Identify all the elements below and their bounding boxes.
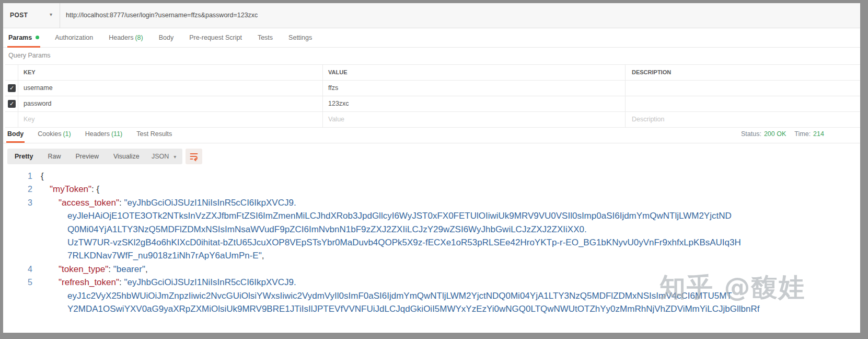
- tab-label: Test Results: [136, 130, 172, 138]
- param-row-password: ✓password123zxc: [5, 96, 860, 112]
- tab-cookies[interactable]: Cookies(1): [38, 126, 71, 143]
- view-mode-group: PrettyRawPreviewVisualize: [7, 149, 147, 164]
- code-line: eyJleHAiOjE1OTE3OTk2NTksInVzZXJfbmFtZSI6…: [3, 209, 860, 222]
- param-key-cell[interactable]: username: [18, 81, 322, 96]
- tab-settings[interactable]: Settings: [288, 28, 312, 48]
- code-line: 2"myToken": {: [3, 183, 860, 196]
- param-description-cell[interactable]: [625, 96, 860, 111]
- json-key: "refresh_token": [59, 277, 119, 287]
- json-string-value: "eyJhbGciOiJSUzI1NiIsInR5cCI6IkpXVCJ9.: [124, 277, 296, 287]
- code-line: UzTW7UR-vzSKl2gB4o6hKIXcD0ihitat-bZtU65J…: [3, 236, 860, 249]
- json-punctuation: {: [97, 184, 100, 194]
- param-checkbox[interactable]: ✓: [8, 100, 16, 108]
- status-label: Status:: [741, 130, 761, 138]
- wrap-lines-icon: [189, 152, 199, 161]
- json-punctuation: {: [41, 171, 44, 181]
- json-key: "myToken": [50, 184, 91, 194]
- header-checkbox-cell: [5, 65, 18, 80]
- tab-headers[interactable]: Headers(11): [85, 126, 123, 143]
- param-checkbox[interactable]: ✓: [8, 84, 16, 92]
- line-number: 5: [3, 276, 32, 289]
- code-line: Q0Mi04YjA1LTY3NzQ5MDFlZDMxNSIsImNsaWVudF…: [3, 223, 860, 236]
- method-dropdown[interactable]: POST ▾: [3, 3, 60, 28]
- code-line: eyJ1c2VyX25hbWUiOiJmZnpzIiwic2NvcGUiOlsi…: [3, 289, 860, 302]
- tab-pre-request-script[interactable]: Pre-request Script: [189, 28, 242, 48]
- column-header-description: DESCRIPTION: [625, 65, 860, 80]
- format-label: JSON: [152, 153, 169, 160]
- tab-label: Cookies: [38, 130, 61, 138]
- code-line: 5"refresh_token": "eyJhbGciOiJSUzI1NiIsI…: [3, 276, 860, 289]
- tab-params[interactable]: Params: [8, 28, 39, 48]
- tab-label: Headers: [85, 130, 110, 138]
- view-button-pretty[interactable]: Pretty: [7, 149, 40, 164]
- checkbox-cell: [5, 112, 18, 127]
- json-string-value: eyJ1c2VyX25hbWUiOiJmZnpzIiwic2NvcGUiOlsi…: [67, 291, 732, 301]
- time-label: Time:: [794, 130, 811, 138]
- param-description-input[interactable]: Description: [625, 112, 860, 127]
- response-status-bar: Status:200 OKTime:214: [741, 126, 824, 143]
- json-key: "access_token": [59, 198, 119, 208]
- chevron-down-icon: ▾: [50, 12, 52, 17]
- json-string-value: UzTW7UR-vzSKl2gB4o6hKIXcD0ihitat-bZtU65J…: [67, 238, 741, 247]
- param-value-cell[interactable]: 123zxc: [322, 96, 625, 111]
- status-value: 200 OK: [764, 130, 786, 138]
- param-value-input[interactable]: Value: [322, 112, 625, 127]
- params-table: KEYVALUEDESCRIPTION✓usernameffzs✓passwor…: [5, 64, 860, 128]
- tab-count-badge: (8): [135, 34, 143, 41]
- chevron-down-icon: ▾: [173, 154, 176, 160]
- time-value: 214: [813, 130, 824, 138]
- tab-test-results[interactable]: Test Results: [136, 126, 172, 143]
- tab-label: Pre-request Script: [189, 34, 242, 41]
- tab-label: Headers: [109, 34, 133, 41]
- view-button-preview[interactable]: Preview: [68, 149, 106, 164]
- column-header-value: VALUE: [322, 65, 625, 80]
- param-row-username: ✓usernameffzs: [5, 81, 860, 96]
- url-input[interactable]: http://localhost:8777/user/login?usernam…: [66, 3, 855, 28]
- json-string-value: eyJleHAiOjE1OTE3OTk2NTksInVzZXJfbmFtZSI6…: [67, 211, 732, 221]
- request-url-bar: POST ▾ http://localhost:8777/user/login?…: [3, 3, 860, 28]
- format-dropdown[interactable]: JSON▾: [145, 149, 182, 164]
- tab-label: Params: [8, 34, 32, 41]
- response-tabs: BodyCookies(1)Headers(11)Test Results: [7, 126, 186, 143]
- json-punctuation: ,: [262, 251, 264, 261]
- tab-label: Settings: [288, 34, 312, 41]
- tab-label: Body: [7, 130, 24, 138]
- tab-tests[interactable]: Tests: [258, 28, 273, 48]
- json-punctuation: :: [108, 264, 113, 274]
- code-line: 7RLKDNav7WfF_nu9018z1iNh7rApY6aUmPn-E",: [3, 249, 860, 262]
- json-string-value: Y2MDA1OSwiYXV0aG9yaXRpZXMiOlsiUk9MRV9BRE…: [67, 304, 759, 314]
- params-header-row: KEYVALUEDESCRIPTION: [5, 64, 860, 81]
- json-string-value: 7RLKDNav7WfF_nu9018z1iNh7rApY6aUmPn-E": [67, 251, 262, 261]
- query-params-label: Query Params: [8, 52, 51, 59]
- view-button-visualize[interactable]: Visualize: [106, 149, 147, 164]
- tab-body[interactable]: Body: [7, 126, 24, 143]
- method-label: POST: [10, 12, 28, 19]
- json-punctuation: :: [91, 184, 96, 194]
- code-line: 3"access_token": "eyJhbGciOiJSUzI1NiIsIn…: [3, 196, 860, 209]
- tab-label: Authorization: [55, 34, 93, 41]
- response-body-editor[interactable]: 1{2"myToken": {3"access_token": "eyJhbGc…: [3, 166, 860, 333]
- tab-authorization[interactable]: Authorization: [55, 28, 93, 48]
- checkbox-cell: ✓: [5, 96, 18, 111]
- line-number: 3: [3, 196, 32, 209]
- json-key: "token_type": [59, 264, 108, 274]
- wrap-lines-button[interactable]: [186, 149, 202, 164]
- json-string-value: "bearer": [113, 264, 145, 274]
- param-key-input[interactable]: Key: [18, 112, 322, 127]
- response-meta-row: BodyCookies(1)Headers(11)Test Results St…: [3, 126, 860, 143]
- code-line: 4"token_type": "bearer",: [3, 263, 860, 276]
- param-value-cell[interactable]: ffzs: [322, 81, 625, 96]
- code-line: Y2MDA1OSwiYXV0aG9yaXRpZXMiOlsiUk9MRV9BRE…: [3, 302, 860, 315]
- view-button-raw[interactable]: Raw: [40, 149, 68, 164]
- line-number: 1: [3, 170, 32, 183]
- unsaved-changes-dot-icon: [36, 36, 39, 39]
- tab-body[interactable]: Body: [159, 28, 174, 48]
- tab-count-badge: (1): [63, 130, 71, 138]
- tab-headers[interactable]: Headers(8): [109, 28, 143, 48]
- param-description-cell[interactable]: [625, 81, 860, 96]
- line-number: 2: [3, 183, 32, 196]
- param-key-cell[interactable]: password: [18, 96, 322, 111]
- code-line: 1{: [3, 170, 860, 183]
- postman-window: POST ▾ http://localhost:8777/user/login?…: [3, 3, 860, 333]
- tab-count-badge: (11): [111, 130, 122, 138]
